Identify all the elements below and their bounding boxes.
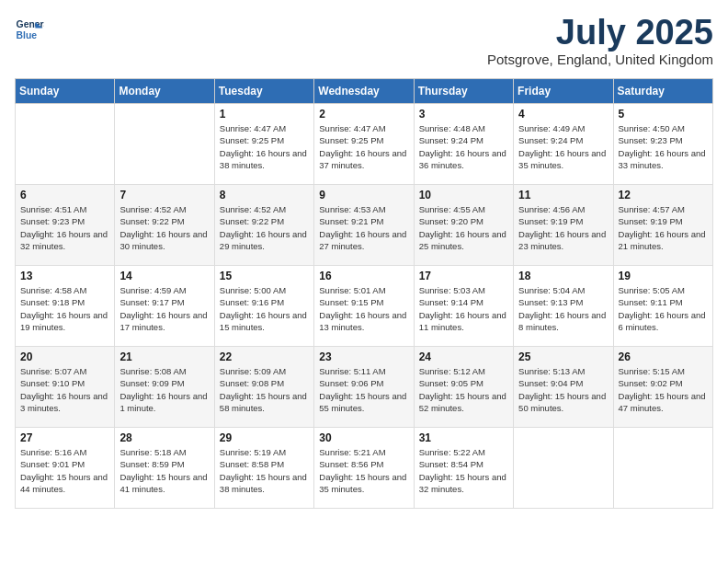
day-number: 1 [220, 108, 309, 121]
cell-info: Sunrise: 5:05 AM Sunset: 9:11 PM Dayligh… [619, 284, 708, 333]
header: General Blue July 2025 Potsgrove, Englan… [15, 15, 713, 67]
day-number: 31 [419, 431, 508, 444]
calendar-cell: 30Sunrise: 5:21 AM Sunset: 8:56 PM Dayli… [314, 428, 414, 509]
day-number: 14 [119, 270, 209, 282]
svg-text:General: General [17, 19, 44, 29]
cell-info: Sunrise: 5:19 AM Sunset: 8:58 PM Dayligh… [220, 446, 309, 495]
calendar-cell: 3Sunrise: 4:48 AM Sunset: 9:24 PM Daylig… [414, 104, 513, 185]
cell-info: Sunrise: 5:18 AM Sunset: 8:59 PM Dayligh… [119, 446, 209, 495]
cell-info: Sunrise: 4:47 AM Sunset: 9:25 PM Dayligh… [319, 122, 408, 171]
day-number: 11 [518, 189, 608, 201]
calendar-cell [16, 104, 115, 185]
day-header-tuesday: Tuesday [214, 79, 313, 104]
cell-info: Sunrise: 4:49 AM Sunset: 9:24 PM Dayligh… [518, 122, 608, 171]
calendar-cell: 16Sunrise: 5:01 AM Sunset: 9:15 PM Dayli… [314, 266, 414, 347]
logo: General Blue [15, 15, 44, 44]
cell-info: Sunrise: 5:22 AM Sunset: 8:54 PM Dayligh… [419, 446, 508, 495]
calendar-cell: 13Sunrise: 4:58 AM Sunset: 9:18 PM Dayli… [16, 266, 115, 347]
week-row-4: 20Sunrise: 5:07 AM Sunset: 9:10 PM Dayli… [16, 347, 713, 428]
cell-info: Sunrise: 4:57 AM Sunset: 9:19 PM Dayligh… [619, 203, 708, 252]
calendar-cell: 25Sunrise: 5:13 AM Sunset: 9:04 PM Dayli… [514, 347, 613, 428]
day-number: 28 [119, 431, 209, 444]
day-number: 30 [319, 431, 408, 444]
cell-info: Sunrise: 5:09 AM Sunset: 9:08 PM Dayligh… [220, 365, 309, 414]
calendar-cell: 11Sunrise: 4:56 AM Sunset: 9:19 PM Dayli… [514, 185, 613, 266]
day-number: 23 [319, 350, 408, 363]
calendar-cell: 22Sunrise: 5:09 AM Sunset: 9:08 PM Dayli… [214, 347, 313, 428]
cell-info: Sunrise: 5:01 AM Sunset: 9:15 PM Dayligh… [319, 284, 408, 333]
cell-info: Sunrise: 5:16 AM Sunset: 9:01 PM Dayligh… [20, 446, 109, 495]
cell-info: Sunrise: 5:08 AM Sunset: 9:09 PM Dayligh… [119, 365, 209, 414]
cell-info: Sunrise: 5:12 AM Sunset: 9:05 PM Dayligh… [419, 365, 508, 414]
calendar-cell: 29Sunrise: 5:19 AM Sunset: 8:58 PM Dayli… [214, 428, 313, 509]
calendar-cell: 14Sunrise: 4:59 AM Sunset: 9:17 PM Dayli… [115, 266, 214, 347]
calendar-cell: 27Sunrise: 5:16 AM Sunset: 9:01 PM Dayli… [16, 428, 115, 509]
calendar-cell: 15Sunrise: 5:00 AM Sunset: 9:16 PM Dayli… [214, 266, 313, 347]
calendar-cell: 26Sunrise: 5:15 AM Sunset: 9:02 PM Dayli… [613, 347, 712, 428]
cell-info: Sunrise: 5:11 AM Sunset: 9:06 PM Dayligh… [319, 365, 408, 414]
day-number: 2 [319, 108, 408, 121]
calendar-cell: 17Sunrise: 5:03 AM Sunset: 9:14 PM Dayli… [414, 266, 513, 347]
calendar-cell: 21Sunrise: 5:08 AM Sunset: 9:09 PM Dayli… [115, 347, 214, 428]
day-header-thursday: Thursday [414, 79, 513, 104]
week-row-5: 27Sunrise: 5:16 AM Sunset: 9:01 PM Dayli… [16, 428, 713, 509]
day-number: 29 [220, 431, 309, 444]
cell-info: Sunrise: 4:52 AM Sunset: 9:22 PM Dayligh… [119, 203, 209, 252]
day-number: 12 [619, 189, 708, 201]
day-number: 16 [319, 270, 408, 282]
calendar-cell: 4Sunrise: 4:49 AM Sunset: 9:24 PM Daylig… [514, 104, 613, 185]
calendar-cell: 2Sunrise: 4:47 AM Sunset: 9:25 PM Daylig… [314, 104, 414, 185]
cell-info: Sunrise: 4:56 AM Sunset: 9:19 PM Dayligh… [518, 203, 608, 252]
cell-info: Sunrise: 4:51 AM Sunset: 9:23 PM Dayligh… [20, 203, 109, 252]
day-header-wednesday: Wednesday [314, 79, 414, 104]
day-number: 7 [119, 189, 209, 201]
day-number: 21 [119, 350, 209, 363]
day-number: 18 [518, 270, 608, 282]
cell-info: Sunrise: 5:15 AM Sunset: 9:02 PM Dayligh… [619, 365, 708, 414]
day-number: 17 [419, 270, 508, 282]
day-header-friday: Friday [514, 79, 613, 104]
day-number: 6 [20, 189, 109, 201]
title-block: July 2025 Potsgrove, England, United Kin… [487, 15, 713, 67]
cell-info: Sunrise: 4:55 AM Sunset: 9:20 PM Dayligh… [419, 203, 508, 252]
cell-info: Sunrise: 5:03 AM Sunset: 9:14 PM Dayligh… [419, 284, 508, 333]
day-number: 27 [20, 431, 109, 444]
day-header-monday: Monday [115, 79, 214, 104]
calendar-cell [613, 428, 712, 509]
location-title: Potsgrove, England, United Kingdom [487, 52, 713, 67]
cell-info: Sunrise: 4:47 AM Sunset: 9:25 PM Dayligh… [220, 122, 309, 171]
calendar-cell: 23Sunrise: 5:11 AM Sunset: 9:06 PM Dayli… [314, 347, 414, 428]
calendar-cell: 8Sunrise: 4:52 AM Sunset: 9:22 PM Daylig… [214, 185, 313, 266]
day-number: 5 [619, 108, 708, 121]
calendar-cell: 24Sunrise: 5:12 AM Sunset: 9:05 PM Dayli… [414, 347, 513, 428]
cell-info: Sunrise: 5:07 AM Sunset: 9:10 PM Dayligh… [20, 365, 109, 414]
calendar-cell: 10Sunrise: 4:55 AM Sunset: 9:20 PM Dayli… [414, 185, 513, 266]
day-number: 13 [20, 270, 109, 282]
cell-info: Sunrise: 4:48 AM Sunset: 9:24 PM Dayligh… [419, 122, 508, 171]
calendar-cell: 18Sunrise: 5:04 AM Sunset: 9:13 PM Dayli… [514, 266, 613, 347]
calendar-cell: 1Sunrise: 4:47 AM Sunset: 9:25 PM Daylig… [214, 104, 313, 185]
header-row: SundayMondayTuesdayWednesdayThursdayFrid… [16, 79, 713, 104]
cell-info: Sunrise: 4:53 AM Sunset: 9:21 PM Dayligh… [319, 203, 408, 252]
cell-info: Sunrise: 5:00 AM Sunset: 9:16 PM Dayligh… [220, 284, 309, 333]
day-number: 26 [619, 350, 708, 363]
week-row-2: 6Sunrise: 4:51 AM Sunset: 9:23 PM Daylig… [16, 185, 713, 266]
calendar-cell: 20Sunrise: 5:07 AM Sunset: 9:10 PM Dayli… [16, 347, 115, 428]
cell-info: Sunrise: 5:04 AM Sunset: 9:13 PM Dayligh… [518, 284, 608, 333]
day-number: 4 [518, 108, 608, 121]
cell-info: Sunrise: 4:58 AM Sunset: 9:18 PM Dayligh… [20, 284, 109, 333]
svg-text:Blue: Blue [17, 30, 38, 40]
week-row-1: 1Sunrise: 4:47 AM Sunset: 9:25 PM Daylig… [16, 104, 713, 185]
calendar-cell: 19Sunrise: 5:05 AM Sunset: 9:11 PM Dayli… [613, 266, 712, 347]
logo-icon: General Blue [15, 15, 44, 44]
day-number: 22 [220, 350, 309, 363]
day-number: 10 [419, 189, 508, 201]
day-number: 8 [220, 189, 309, 201]
day-number: 25 [518, 350, 608, 363]
calendar-cell: 9Sunrise: 4:53 AM Sunset: 9:21 PM Daylig… [314, 185, 414, 266]
calendar-cell: 31Sunrise: 5:22 AM Sunset: 8:54 PM Dayli… [414, 428, 513, 509]
day-number: 19 [619, 270, 708, 282]
calendar-cell: 7Sunrise: 4:52 AM Sunset: 9:22 PM Daylig… [115, 185, 214, 266]
day-header-sunday: Sunday [16, 79, 115, 104]
cell-info: Sunrise: 4:50 AM Sunset: 9:23 PM Dayligh… [619, 122, 708, 171]
